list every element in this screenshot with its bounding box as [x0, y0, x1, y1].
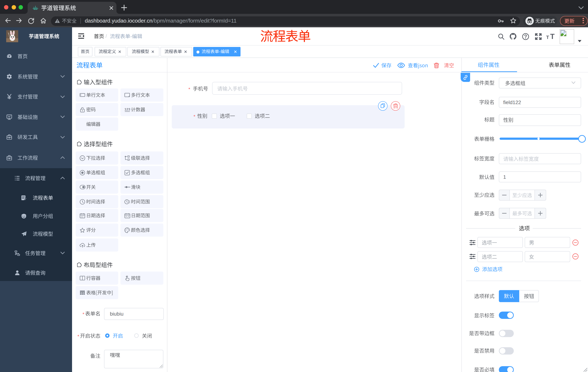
svg-text:T: T: [546, 34, 549, 40]
svg-text:T: T: [550, 33, 555, 40]
svg-text:123: 123: [124, 107, 130, 111]
